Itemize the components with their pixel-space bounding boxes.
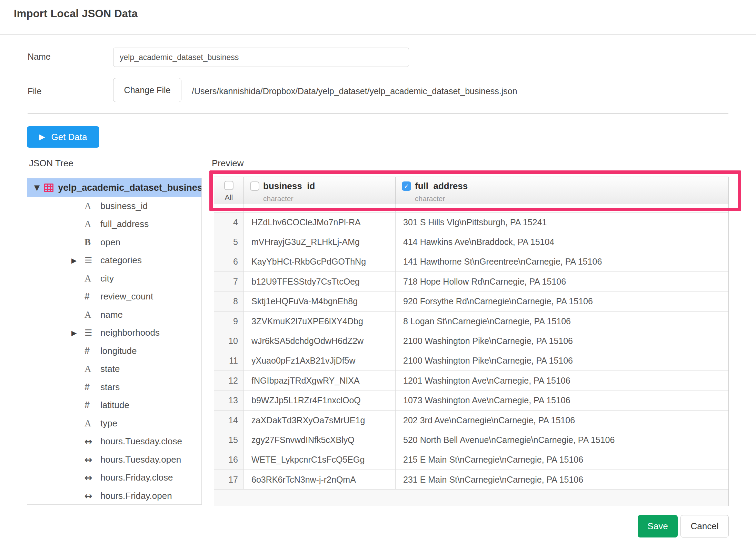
change-file-button[interactable]: Change File (113, 78, 181, 102)
full-address-cell: 141 Hawthorne St\nGreentree\nCarnegie, P… (396, 252, 728, 272)
row-number-cell: 14 (214, 411, 244, 430)
preview-label: Preview (212, 158, 243, 169)
column-name: business_id (263, 181, 315, 191)
tree-item[interactable]: A city (27, 269, 201, 288)
tree-root-row-selected[interactable]: ▼ yelp_academic_dataset_business (27, 178, 201, 197)
tree-item[interactable]: ↔ hours.Friday.open (27, 487, 201, 505)
field-type-icon: A (84, 310, 100, 319)
row-number-cell: 4 (214, 213, 244, 232)
preview-table: All business_id character ✓ full_address… (214, 177, 729, 506)
tree-item-label: type (100, 418, 117, 429)
tree-item-label: full_address (100, 219, 149, 229)
select-all-label: All (225, 193, 233, 201)
row-number-cell: 6 (214, 252, 244, 272)
business-id-cell: 3ZVKmuK2l7uXPE6lXY4Dbg (244, 312, 396, 331)
field-type-icon: # (84, 401, 100, 410)
business-id-cell: wJr6kSA5dchdgOdwH6dZ2w (244, 331, 396, 351)
table-row: 14 zaXDakTd3RXyOa7sMrUE1g 202 3rd Ave\nC… (214, 411, 728, 430)
tree-item-label: review_count (100, 291, 153, 302)
column-name: full_address (415, 181, 468, 191)
json-tree-label: JSON Tree (29, 158, 73, 169)
field-type-icon: A (84, 274, 100, 283)
table-row: 10 wJr6kSA5dchdgOdwH6dZ2w 2100 Washingto… (214, 331, 728, 351)
preview-table-header: All business_id character ✓ full_address… (214, 177, 728, 204)
full-address-cell: 202 3rd Ave\nCarnegie\nCarnegie, PA 1510… (396, 411, 728, 430)
table-icon (44, 184, 53, 192)
table-row: 15 zgy27FSnvwdINfk5cXBlyQ 520 North Bell… (214, 430, 728, 450)
tree-item-label: hours.Friday.close (100, 472, 173, 483)
full-address-cell: 2100 Washington Pike\nCarnegie, PA 15106 (396, 351, 728, 371)
play-icon: ▶ (39, 133, 45, 141)
field-type-icon: ☰ (84, 328, 100, 337)
name-input[interactable] (113, 48, 409, 67)
tree-item[interactable]: B open (27, 233, 201, 251)
tree-root-label: yelp_academic_dataset_business (58, 182, 201, 193)
tree-item[interactable]: # longitude (27, 342, 201, 360)
tree-item-label: categories (100, 255, 142, 266)
tree-item[interactable]: ↔ hours.Tuesday.open (27, 451, 201, 469)
table-row: 5 mVHrayjG3uZ_RLHkLj-AMg 414 Hawkins Ave… (214, 232, 728, 252)
row-number-cell: 11 (214, 351, 244, 371)
column-header-full-address[interactable]: ✓ full_address character (396, 177, 728, 204)
tree-item[interactable]: A business_id (27, 197, 201, 215)
field-type-icon: A (84, 419, 100, 428)
select-all-header-cell[interactable]: All (214, 177, 244, 204)
field-type-icon: # (84, 346, 100, 356)
business-id-cell: zgy27FSnvwdINfk5cXBlyQ (244, 430, 396, 450)
field-type-icon: A (84, 201, 100, 211)
tree-item-label: state (100, 364, 120, 374)
tree-item[interactable]: # stars (27, 378, 201, 396)
business-id-checkbox[interactable] (250, 181, 259, 191)
json-tree-panel: ▼ yelp_academic_dataset_business A busin… (27, 178, 202, 505)
column-type: character (402, 195, 728, 203)
column-type: character (250, 195, 395, 203)
row-number-cell: 13 (214, 391, 244, 410)
tree-item-label: city (100, 273, 114, 284)
full-address-cell: 1201 Washington Ave\nCarnegie, PA 15106 (396, 371, 728, 390)
column-header-business-id[interactable]: business_id character (244, 177, 396, 204)
business-id-cell: b12U9TFESStdy7CsTtcOeg (244, 272, 396, 291)
row-number-cell: 17 (214, 470, 244, 489)
table-row: 8 Sktj1eHQFuVa-M4bgnEh8g 920 Forsythe Rd… (214, 292, 728, 312)
tree-item[interactable]: # review_count (27, 288, 201, 306)
caret-right-icon[interactable]: ▶ (71, 329, 84, 337)
full-address-cell: 718 Hope Hollow Rd\nCarnegie, PA 15106 (396, 272, 728, 291)
tree-item[interactable]: # latitude (27, 396, 201, 415)
caret-down-icon[interactable]: ▼ (34, 184, 40, 192)
business-id-cell: fNGIbpazjTRdXgwRY_NIXA (244, 371, 396, 390)
table-row: 12 fNGIbpazjTRdXgwRY_NIXA 1201 Washingto… (214, 371, 728, 391)
tree-item[interactable]: A full_address (27, 215, 201, 234)
table-row: 4 HZdLhv6COCleJMo7nPl-RA 301 S Hills Vlg… (214, 213, 728, 232)
field-type-icon: A (84, 219, 100, 229)
field-type-icon: ☰ (84, 256, 100, 265)
full-address-checkbox[interactable]: ✓ (402, 181, 411, 191)
field-type-icon: A (84, 364, 100, 374)
select-all-checkbox[interactable] (224, 181, 233, 190)
tree-item[interactable]: ▶ ☰ categories (27, 251, 201, 270)
partial-row (214, 204, 728, 208)
tree-item[interactable]: ↔ hours.Friday.close (27, 469, 201, 487)
row-number-cell: 9 (214, 312, 244, 331)
tree-item-label: name (100, 309, 123, 320)
field-type-icon: # (84, 383, 100, 392)
field-type-icon: ↔ (84, 455, 100, 464)
tree-item[interactable]: A type (27, 414, 201, 433)
tree-item[interactable]: A state (27, 360, 201, 378)
row-number-cell: 7 (214, 272, 244, 291)
tree-item[interactable]: A name (27, 306, 201, 324)
table-row: 13 b9WZJp5L1RZr4F1nxclOoQ 1073 Washingto… (214, 391, 728, 411)
field-type-icon: B (84, 238, 100, 247)
get-data-button[interactable]: ▶ Get Data (27, 126, 99, 148)
tree-item[interactable]: ↔ hours.Tuesday.close (27, 433, 201, 451)
full-address-cell: 1073 Washington Ave\nCarnegie, PA 15106 (396, 391, 728, 410)
field-type-icon: # (84, 292, 100, 301)
caret-right-icon[interactable]: ▶ (71, 256, 84, 265)
table-footer (214, 490, 728, 506)
field-type-icon: ↔ (84, 473, 100, 482)
full-address-cell: 520 North Bell Avenue\nCarnegie\nCarnegi… (396, 430, 728, 450)
table-row: 11 yXuao0pFz1AxB21vJjDf5w 2100 Washingto… (214, 351, 728, 371)
cancel-button[interactable]: Cancel (680, 515, 729, 537)
save-button[interactable]: Save (638, 515, 678, 537)
business-id-cell: WETE_LykpcnrC1sFcQ5EGg (244, 450, 396, 470)
tree-item[interactable]: ▶ ☰ neighborhoods (27, 324, 201, 342)
